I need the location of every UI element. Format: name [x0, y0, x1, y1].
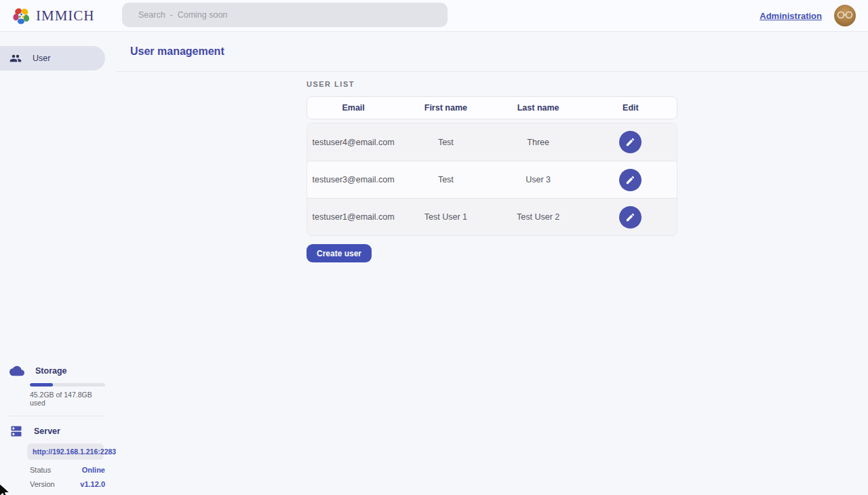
server-url: http://192.168.1.216:2283	[27, 443, 104, 460]
edit-user-button[interactable]	[619, 131, 642, 153]
sidebar-divider	[9, 416, 105, 416]
table-header-row: Email First name Last name Edit	[307, 96, 677, 119]
sidebar-footer: Storage 45.2GB of 147.8GB used Server ht…	[0, 363, 116, 488]
cell-first-name: Test	[399, 175, 492, 184]
main-content: User management USER LIST Email First na…	[116, 32, 868, 495]
page-title: User management	[130, 45, 224, 58]
status-value: Online	[82, 466, 105, 474]
status-label: Status	[30, 466, 51, 474]
table-row: testuser3@email.com Test User 3	[307, 161, 677, 198]
edit-user-button[interactable]	[619, 169, 642, 191]
storage-progress-fill	[30, 383, 53, 387]
user-list-label: USER LIST	[307, 80, 677, 88]
cell-email: testuser1@email.com	[307, 212, 399, 222]
administration-link[interactable]: Administration	[760, 11, 822, 21]
cell-last-name: User 3	[492, 175, 585, 184]
version-label: Version	[30, 480, 55, 488]
users-group-icon	[9, 52, 22, 64]
server-title: Server	[34, 427, 60, 436]
storage-progress-bar	[30, 383, 105, 387]
sidebar-item-user-label: User	[33, 54, 50, 63]
column-header-first-name: First name	[399, 103, 492, 113]
user-table: testuser4@email.com Test Three testuser3…	[307, 123, 677, 236]
storage-usage-text: 45.2GB of 147.8GB used	[30, 391, 105, 407]
server-status-row: Status Online	[30, 466, 105, 474]
cell-email: testuser3@email.com	[307, 175, 399, 184]
pencil-icon	[625, 137, 635, 147]
table-row: testuser4@email.com Test Three	[307, 123, 677, 161]
create-user-button[interactable]: Create user	[307, 244, 372, 262]
server-icon	[9, 424, 23, 438]
search-input[interactable]	[122, 3, 448, 27]
sidebar: User Storage 45.2GB of 147.8GB used	[0, 32, 116, 495]
sidebar-item-user[interactable]: User	[0, 46, 105, 71]
version-value: v1.12.0	[80, 480, 105, 488]
user-avatar[interactable]	[834, 5, 856, 26]
cell-last-name: Three	[492, 138, 585, 147]
cell-email: testuser4@email.com	[307, 138, 399, 147]
edit-user-button[interactable]	[619, 206, 642, 229]
storage-title: Storage	[35, 366, 67, 376]
column-header-last-name: Last name	[492, 103, 585, 113]
app-logo[interactable]: IMMICH	[12, 7, 95, 25]
immich-flower-icon	[12, 7, 31, 25]
column-header-email: Email	[307, 103, 399, 113]
cell-first-name: Test User 1	[399, 212, 492, 222]
pencil-icon	[625, 175, 635, 185]
cell-last-name: Test User 2	[492, 212, 585, 222]
table-row: testuser1@email.com Test User 1 Test Use…	[307, 198, 677, 235]
server-version-row: Version v1.12.0	[30, 480, 105, 488]
top-navbar: IMMICH Administration	[0, 0, 868, 32]
glasses-icon	[837, 11, 853, 19]
column-header-edit: Edit	[585, 103, 677, 113]
cell-first-name: Test	[399, 138, 492, 147]
app-title: IMMICH	[36, 7, 95, 24]
cloud-icon	[9, 363, 24, 378]
pencil-icon	[625, 212, 635, 222]
page-header: User management	[116, 32, 868, 72]
